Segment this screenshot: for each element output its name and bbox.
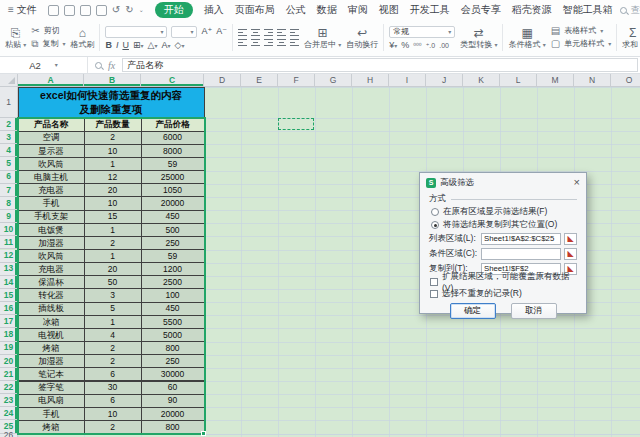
column-header-K[interactable]: K [463,74,500,87]
table-cell[interactable]: 250 [141,236,205,250]
table-cell[interactable]: 电饭煲 [18,223,85,237]
row-header-13[interactable]: 13 [0,263,18,276]
table-cell[interactable]: 转化器 [18,288,85,302]
tab-稻壳资源[interactable]: 稻壳资源 [512,3,552,17]
column-header-C[interactable]: C [141,74,204,87]
tab-视图[interactable]: 视图 [379,3,399,17]
table-cell[interactable]: 59 [141,157,205,171]
table-cell[interactable]: 2 [84,354,142,368]
table-cell[interactable]: 50 [84,275,142,289]
column-header-M[interactable]: M [537,74,574,87]
insert-function-icon[interactable]: fx [108,60,115,71]
table-cell[interactable]: 1200 [141,262,205,276]
table-cell[interactable]: 20 [84,262,142,276]
table-cell[interactable]: 充电器 [18,183,85,197]
table-cell[interactable]: 60 [141,381,205,395]
zoom-formula-icon[interactable] [95,62,102,69]
row-header-9[interactable]: 9 [0,210,18,223]
table-cell[interactable]: 充电器 [18,262,85,276]
increase-font-icon[interactable]: A⁺ [201,27,212,36]
currency-icon[interactable]: ¥▾ [389,41,397,50]
table-cell[interactable]: 显示器 [18,144,85,158]
column-header-J[interactable]: J [426,74,463,87]
table-cell[interactable]: 2 [84,420,142,434]
name-box[interactable]: A2 ▾ [0,57,88,73]
table-cell[interactable]: 手机 [18,407,85,421]
table-cell[interactable]: 2 [84,341,142,355]
column-header-L[interactable]: L [500,74,537,87]
table-cell[interactable]: 签字笔 [18,381,85,395]
column-header-A[interactable]: A [18,74,84,87]
underline-button[interactable]: U [122,41,129,50]
table-cell[interactable]: 保温杯 [18,275,85,289]
table-cell[interactable]: 12 [84,170,142,184]
align-bottom-icon[interactable] [264,29,273,36]
table-cell[interactable]: 20000 [141,407,205,421]
ok-button[interactable]: 确定 [450,303,496,319]
table-cell[interactable]: 90 [141,394,205,408]
font-color-dropdown[interactable]: A▾ [161,41,170,50]
table-cell[interactable]: 1 [84,157,142,171]
tab-会员专享[interactable]: 会员专享 [461,3,501,17]
table-cell[interactable]: 100 [141,288,205,302]
tab-智能工具箱[interactable]: 智能工具箱 [563,3,613,17]
range-input-0[interactable]: Sheet1!$A$2:$C$25 [481,233,561,245]
row-header-2[interactable]: 2 [0,118,18,131]
table-cell[interactable]: 冰箱 [18,315,85,329]
highlight-dropdown[interactable]: ◇▾ [174,41,184,50]
table-cell[interactable]: 1 [84,315,142,329]
table-cell[interactable]: 5500 [141,315,205,329]
customize-quick-access-icon[interactable]: ⌄ [139,7,144,13]
dialog-title-bar[interactable]: S 高级筛选 × [420,173,586,192]
table-cell[interactable]: 6 [84,367,142,381]
tab-公式[interactable]: 公式 [286,3,306,17]
column-header-F[interactable]: F [278,74,315,87]
column-header-E[interactable]: E [241,74,278,87]
column-header-D[interactable]: D [204,74,241,87]
table-cell[interactable]: 电脑主机 [18,170,85,184]
table-cell[interactable]: 加湿器 [18,236,85,250]
tab-审阅[interactable]: 审阅 [348,3,368,17]
distribute-icon[interactable] [290,39,299,46]
table-cell[interactable]: 25000 [141,170,205,184]
table-header-cell[interactable]: 产品名称 [18,118,85,132]
table-cell[interactable]: 3 [84,288,142,302]
increase-decimal-icon[interactable]: ⁺.0 [426,42,436,49]
font-size-dropdown[interactable]: ▾ [171,26,197,38]
select-all-corner[interactable] [0,74,18,87]
row-header-7[interactable]: 7 [0,184,18,197]
number-format-dropdown[interactable]: 常规▾ [389,26,455,38]
row-header-18[interactable]: 18 [0,328,18,341]
table-cell[interactable]: 10 [84,196,142,210]
column-header-G[interactable]: G [315,74,352,87]
table-cell[interactable]: 2 [84,236,142,250]
range-input-1[interactable] [481,248,561,260]
table-cell[interactable]: 烤箱 [18,341,85,355]
row-header-26[interactable]: 26 [0,434,18,437]
row-header-12[interactable]: 12 [0,250,18,263]
table-cell[interactable]: 电风扇 [18,394,85,408]
table-cell[interactable]: 5 [84,302,142,316]
range-picker-icon[interactable]: ◣ [564,248,577,260]
table-cell[interactable]: 吹风筒 [18,249,85,263]
table-cell[interactable]: 59 [141,249,205,263]
row-header-5[interactable]: 5 [0,157,18,170]
align-left-icon[interactable] [238,39,247,46]
row-header-22[interactable]: 22 [0,381,18,394]
row-header-1[interactable]: 1 [0,87,18,118]
row-header-3[interactable]: 3 [0,131,18,144]
table-cell[interactable]: 20 [84,183,142,197]
tab-开发工具[interactable]: 开发工具 [410,3,450,17]
column-header-B[interactable]: B [84,74,141,87]
table-cell[interactable]: 笔记本 [18,367,85,381]
sum-button[interactable]: Σ 求和 ▾ [622,27,640,49]
table-cell[interactable]: 10 [84,407,142,421]
table-cell[interactable]: 加湿器 [18,354,85,368]
row-header-10[interactable]: 10 [0,223,18,236]
checkbox-expand-results[interactable]: 扩展结果区域，可能覆盖原有数据(V) [429,276,577,288]
row-header-23[interactable]: 23 [0,394,18,407]
row-header-20[interactable]: 20 [0,355,18,368]
table-cell[interactable]: 烤箱 [18,420,85,434]
table-cell[interactable]: 800 [141,341,205,355]
table-cell[interactable]: 8000 [141,144,205,158]
